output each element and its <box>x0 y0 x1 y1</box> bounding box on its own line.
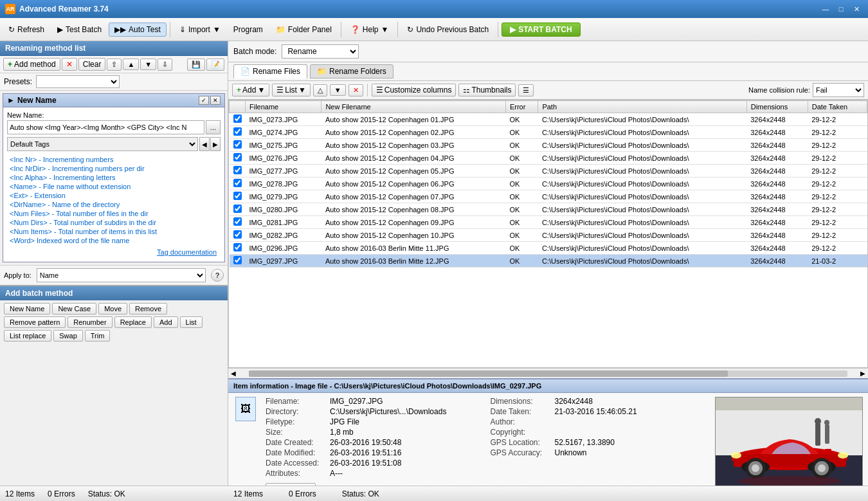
table-row[interactable]: IMG_0296.JPG Auto show 2016-03 Berlin Mi… <box>230 242 867 255</box>
row-checkbox[interactable] <box>233 192 242 200</box>
apply-to-select[interactable]: Name Extension Name and Extension <box>37 268 206 282</box>
maximize-button[interactable]: □ <box>835 4 847 14</box>
check-button[interactable]: ✓ <box>199 96 209 105</box>
table-row[interactable]: IMG_0277.JPG Auto show 2015-12 Copenhage… <box>230 165 867 178</box>
tag-link-item[interactable]: <Ext> - Extension <box>10 191 218 200</box>
customize-columns-button[interactable]: ☰ Customize columns <box>372 84 457 96</box>
path-column-header[interactable]: Path <box>538 101 746 113</box>
tag-link-item[interactable]: <Inc Alpha> - Incrementing letters <box>10 173 218 182</box>
error-column-header[interactable]: Error <box>505 101 538 113</box>
presets-select[interactable] <box>36 75 120 88</box>
filename-column-header[interactable]: Filename <box>246 101 321 113</box>
scroll-right-button[interactable]: ▶ <box>858 370 868 377</box>
name-collision-select[interactable]: Fail Skip Overwrite <box>813 83 864 97</box>
import-button[interactable]: ⇓ Import ▼ <box>174 23 226 37</box>
row-checkbox[interactable] <box>233 140 242 149</box>
tags-next-button[interactable]: ▶ <box>210 137 221 151</box>
table-row[interactable]: IMG_0280.JPG Auto show 2015-12 Copenhage… <box>230 203 867 216</box>
batch-method-btn-remove[interactable]: Remove <box>129 303 167 314</box>
table-row[interactable]: IMG_0275.JPG Auto show 2015-12 Copenhage… <box>230 139 867 152</box>
batch-method-btn-list[interactable]: List <box>180 316 203 328</box>
new-name-input[interactable] <box>7 120 204 134</box>
batch-method-btn-new-case[interactable]: New Case <box>52 303 96 314</box>
undo-button[interactable]: ↻ Undo Previous Batch <box>401 23 494 37</box>
tag-link-item[interactable]: <Name> - File name without extension <box>10 182 218 191</box>
table-row[interactable]: IMG_0279.JPG Auto show 2015-12 Copenhage… <box>230 190 867 203</box>
tag-link-item[interactable]: <DirName> - Name of the directory <box>10 200 218 209</box>
clear-method-button[interactable]: Clear <box>78 58 106 71</box>
help-button[interactable]: ❓ Help ▼ <box>345 23 395 37</box>
tag-link-item[interactable]: <Num Dirs> - Total number of subdirs in … <box>10 218 218 227</box>
close-panel-button[interactable]: ✕ <box>210 96 221 105</box>
tag-link-item[interactable]: <Num Files> - Total number of files in t… <box>10 209 218 218</box>
table-row[interactable]: IMG_0278.JPG Auto show 2015-12 Copenhage… <box>230 178 867 190</box>
row-checkbox[interactable] <box>233 114 242 123</box>
down-button[interactable]: ⇩ <box>158 59 172 71</box>
sort-up-icon-btn[interactable]: △ <box>313 84 327 96</box>
batch-method-btn-move[interactable]: Move <box>98 303 127 314</box>
tags-prev-button[interactable]: ◀ <box>199 137 210 151</box>
row-checkbox[interactable] <box>233 153 242 161</box>
tags-select[interactable]: Default Tags <box>7 137 198 151</box>
folder-panel-button[interactable]: 📁 Folder Panel <box>270 23 338 37</box>
table-row[interactable]: IMG_0297.JPG Auto show 2016-03 Berlin Mi… <box>230 255 867 268</box>
row-checkbox[interactable] <box>233 243 242 251</box>
batch-method-btn-list-replace[interactable]: List replace <box>4 330 51 342</box>
save-method-button[interactable]: 💾 <box>187 59 205 71</box>
table-row[interactable]: IMG_0281.JPG Auto show 2015-12 Copenhage… <box>230 216 867 229</box>
add-method-button[interactable]: + Add method <box>3 58 60 71</box>
batch-method-btn-add[interactable]: Add <box>154 316 178 328</box>
row-checkbox[interactable] <box>233 127 242 136</box>
row-checkbox[interactable] <box>233 217 242 226</box>
batch-method-btn-remove-pattern[interactable]: Remove pattern <box>4 316 66 328</box>
remove-file-button[interactable]: ✕ <box>348 84 363 96</box>
tag-link-item[interactable]: <Inc Nr> - Incrementing numbers <box>10 155 218 164</box>
up-button[interactable]: ⇧ <box>107 59 122 71</box>
rename-folders-tab[interactable]: 📁 Rename Folders <box>310 64 393 78</box>
batch-method-btn-new-name[interactable]: New Name <box>4 303 50 314</box>
delete-method-button[interactable]: ✕ <box>62 58 77 71</box>
new-filename-column-header[interactable]: New Filename <box>321 101 506 113</box>
auto-test-button[interactable]: ▶▶ Auto Test <box>109 23 167 37</box>
tag-documentation-link[interactable]: Tag documentation <box>7 246 221 258</box>
row-checkbox[interactable] <box>233 256 242 264</box>
row-checkbox[interactable] <box>233 179 242 187</box>
new-name-browse-button[interactable]: ... <box>206 120 221 134</box>
load-method-button[interactable]: 📝 <box>206 59 224 71</box>
row-checkbox[interactable] <box>233 166 242 174</box>
down-small-button[interactable]: ▼ <box>140 59 156 70</box>
close-button[interactable]: ✕ <box>850 4 863 14</box>
tag-link-item[interactable]: <Num Items> - Total number of items in t… <box>10 227 218 236</box>
horizontal-scrollbar[interactable]: ◀ ▶ <box>228 368 868 378</box>
date-taken-column-header[interactable]: Date Taken <box>808 101 867 113</box>
view-options-button[interactable]: ☰ <box>518 84 534 96</box>
up-small-button[interactable]: ▲ <box>123 59 139 70</box>
row-checkbox[interactable] <box>233 230 242 239</box>
dimensions-column-header[interactable]: Dimensions <box>746 101 808 113</box>
minimize-button[interactable]: — <box>819 4 832 14</box>
batch-method-btn-trim[interactable]: Trim <box>85 330 111 342</box>
refresh-button[interactable]: ↻ Refresh <box>3 23 50 37</box>
help-icon-button[interactable]: ? <box>211 269 224 282</box>
batch-mode-select[interactable]: Rename Copy Move <box>282 44 359 59</box>
row-checkbox[interactable] <box>233 205 242 213</box>
batch-method-btn-renumber[interactable]: Renumber <box>68 316 112 328</box>
list-button[interactable]: ☰ List ▼ <box>272 84 311 96</box>
sort-down-icon-btn[interactable]: ▼ <box>330 84 346 96</box>
table-row[interactable]: IMG_0282.JPG Auto show 2015-12 Copenhage… <box>230 229 867 242</box>
table-row[interactable]: IMG_0274.JPG Auto show 2015-12 Copenhage… <box>230 126 867 139</box>
tag-link-item[interactable]: <Word> Indexed word of the file name <box>10 236 218 245</box>
table-row[interactable]: IMG_0273.JPG Auto show 2015-12 Copenhage… <box>230 113 867 126</box>
tag-link-item[interactable]: <Inc NrDir> - Incrementing numbers per d… <box>10 164 218 173</box>
batch-method-btn-swap[interactable]: Swap <box>53 330 83 342</box>
table-row[interactable]: IMG_0276.JPG Auto show 2015-12 Copenhage… <box>230 152 867 165</box>
batch-method-btn-replace[interactable]: Replace <box>114 316 152 328</box>
test-batch-button[interactable]: ▶ Test Batch <box>51 23 107 37</box>
start-batch-button[interactable]: ▶ START BATCH <box>502 23 581 37</box>
scroll-left-button[interactable]: ◀ <box>228 370 239 377</box>
program-button[interactable]: Program <box>228 23 269 37</box>
rename-files-tab[interactable]: 📄 Rename Files <box>233 64 307 78</box>
thumbnails-button[interactable]: ⚏ Thumbnails <box>458 84 516 96</box>
scrollbar-thumb[interactable] <box>249 370 728 377</box>
add-files-button[interactable]: + Add ▼ <box>232 84 269 96</box>
